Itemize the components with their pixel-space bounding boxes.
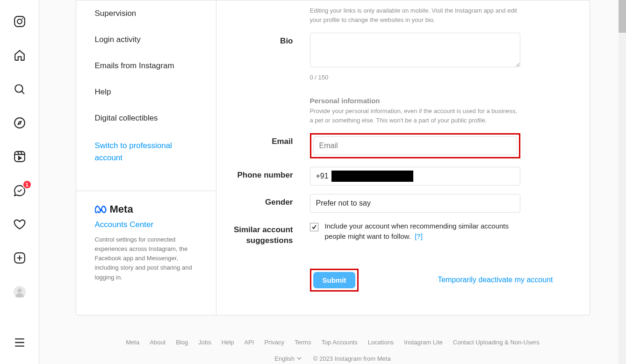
- suggestions-description: Include your account when recommending s…: [325, 221, 520, 242]
- footer-link[interactable]: Meta: [126, 339, 139, 346]
- footer-link[interactable]: Instagram Lite: [404, 339, 442, 346]
- footer-link[interactable]: API: [244, 339, 254, 346]
- instagram-logo-icon[interactable]: [8, 13, 31, 30]
- sidebar-item-help[interactable]: Help: [76, 79, 216, 105]
- footer-link[interactable]: Terms: [295, 339, 311, 346]
- bio-label: Bio: [216, 33, 310, 46]
- suggestions-help-link[interactable]: [?]: [415, 232, 423, 240]
- scrollbar-thumb[interactable]: [619, 0, 626, 33]
- footer-link[interactable]: Help: [222, 339, 234, 346]
- explore-icon[interactable]: [8, 114, 31, 131]
- check-icon: [311, 224, 317, 230]
- messages-icon[interactable]: 1: [8, 182, 31, 199]
- footer-link[interactable]: Jobs: [198, 339, 211, 346]
- search-icon[interactable]: [8, 81, 31, 98]
- settings-card: Supervision Login activity Emails from I…: [76, 0, 590, 315]
- phone-label: Phone number: [216, 167, 310, 180]
- footer-link[interactable]: About: [150, 339, 165, 346]
- deactivate-account-link[interactable]: Temporarily deactivate my account: [438, 276, 553, 284]
- suggestions-label: Similar account suggestions: [216, 221, 310, 246]
- svg-rect-5: [14, 151, 25, 162]
- phone-redacted: [331, 171, 413, 182]
- email-label: Email: [216, 133, 310, 146]
- personal-info-heading: Personal information: [310, 97, 520, 105]
- sidebar-item-supervision[interactable]: Supervision: [76, 0, 216, 27]
- notifications-icon[interactable]: [8, 216, 31, 233]
- language-selector[interactable]: English: [274, 355, 302, 362]
- sidebar-item-emails[interactable]: Emails from Instagram: [76, 53, 216, 79]
- edit-profile-form: Editing your links is only available on …: [216, 0, 590, 315]
- meta-accounts-center-block: Meta Accounts Center Control settings fo…: [76, 191, 216, 294]
- create-icon[interactable]: [8, 250, 31, 266]
- gender-label: Gender: [216, 194, 310, 207]
- phone-input[interactable]: +91: [310, 167, 520, 186]
- svg-point-2: [22, 18, 23, 20]
- scrollbar-track[interactable]: [619, 0, 626, 364]
- gender-input[interactable]: Prefer not to say: [310, 194, 520, 213]
- svg-point-4: [14, 118, 25, 128]
- messages-badge: 1: [22, 180, 32, 189]
- menu-icon[interactable]: [8, 334, 31, 351]
- profile-avatar[interactable]: [8, 283, 31, 300]
- submit-highlight: Submit: [310, 269, 359, 292]
- chevron-down-icon: [296, 356, 302, 361]
- personal-info-desc: Provide your personal information, even …: [310, 107, 520, 125]
- phone-prefix: +91: [316, 172, 331, 180]
- sidebar-item-digital-collectibles[interactable]: Digital collectibles: [76, 105, 216, 131]
- home-icon[interactable]: [8, 47, 31, 64]
- suggestions-checkbox[interactable]: [310, 223, 318, 231]
- meta-logo: Meta: [95, 203, 202, 215]
- footer-link[interactable]: Locations: [368, 339, 394, 346]
- svg-point-1: [17, 19, 22, 24]
- meta-brand-text: Meta: [110, 203, 133, 215]
- footer-link[interactable]: Contact Uploading & Non-Users: [453, 339, 540, 346]
- svg-point-8: [17, 288, 22, 293]
- meta-logo-icon: [95, 205, 107, 214]
- footer-link[interactable]: Top Accounts: [321, 339, 357, 346]
- bio-textarea[interactable]: [310, 33, 520, 67]
- nav-rail: 1: [0, 0, 39, 364]
- meta-description: Control settings for connected experienc…: [95, 235, 202, 282]
- sidebar-switch-professional[interactable]: Switch to professional account: [76, 131, 216, 172]
- footer-link[interactable]: Blog: [176, 339, 188, 346]
- reels-icon[interactable]: [8, 148, 31, 165]
- footer-links: Meta About Blog Jobs Help API Privacy Te…: [39, 339, 626, 346]
- email-input[interactable]: [313, 136, 517, 155]
- copyright-text: © 2023 Instagram from Meta: [313, 355, 391, 362]
- page-footer: Meta About Blog Jobs Help API Privacy Te…: [39, 329, 626, 364]
- bio-char-count: 0 / 150: [310, 74, 520, 81]
- sidebar-item-login-activity[interactable]: Login activity: [76, 27, 216, 53]
- website-hint: Editing your links is only available on …: [310, 6, 520, 24]
- accounts-center-link[interactable]: Accounts Center: [95, 220, 202, 229]
- svg-point-3: [15, 85, 22, 92]
- footer-link[interactable]: Privacy: [264, 339, 284, 346]
- email-highlight: [310, 133, 520, 158]
- settings-sidebar: Supervision Login activity Emails from I…: [76, 0, 216, 315]
- submit-button[interactable]: Submit: [313, 272, 356, 288]
- svg-rect-0: [14, 16, 25, 27]
